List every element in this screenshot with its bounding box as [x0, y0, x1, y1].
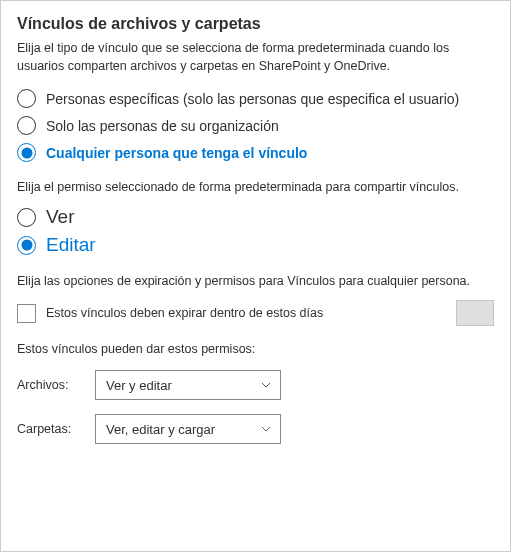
files-select[interactable]: Ver y editar	[95, 370, 281, 400]
expiration-checkbox[interactable]	[17, 304, 36, 323]
radio-icon	[17, 236, 36, 255]
radio-icon	[17, 116, 36, 135]
radio-specific-people[interactable]: Personas específicas (solo las personas …	[17, 89, 494, 108]
folders-row: Carpetas: Ver, editar y cargar	[17, 414, 494, 444]
radio-label: Ver	[46, 206, 75, 228]
section-intro: Elija el tipo de vínculo que se seleccio…	[17, 39, 494, 75]
folders-label: Carpetas:	[17, 422, 95, 436]
radio-label: Editar	[46, 234, 96, 256]
radio-label: Cualquier persona que tenga el vínculo	[46, 145, 307, 161]
radio-icon	[17, 143, 36, 162]
files-label: Archivos:	[17, 378, 95, 392]
permission-radio-group: Ver Editar	[17, 206, 494, 256]
radio-label: Personas específicas (solo las personas …	[46, 91, 459, 107]
radio-anyone[interactable]: Cualquier persona que tenga el vínculo	[17, 143, 494, 162]
section-title: Vínculos de archivos y carpetas	[17, 15, 494, 33]
expiration-intro: Elija las opciones de expiración y permi…	[17, 274, 494, 288]
expiration-checkbox-label: Estos vínculos deben expirar dentro de e…	[46, 306, 446, 320]
radio-view[interactable]: Ver	[17, 206, 494, 228]
files-row: Archivos: Ver y editar	[17, 370, 494, 400]
radio-icon	[17, 208, 36, 227]
radio-org-only[interactable]: Solo las personas de su organización	[17, 116, 494, 135]
folders-select[interactable]: Ver, editar y cargar	[95, 414, 281, 444]
radio-icon	[17, 89, 36, 108]
radio-label: Solo las personas de su organización	[46, 118, 279, 134]
expiration-days-input[interactable]	[456, 300, 494, 326]
folders-select-value: Ver, editar y cargar	[106, 422, 215, 437]
chevron-down-icon	[260, 379, 272, 391]
files-select-value: Ver y editar	[106, 378, 172, 393]
expiration-row: Estos vínculos deben expirar dentro de e…	[17, 300, 494, 326]
permission-intro: Elija el permiso seleccionado de forma p…	[17, 180, 494, 194]
radio-edit[interactable]: Editar	[17, 234, 494, 256]
link-type-radio-group: Personas específicas (solo las personas …	[17, 89, 494, 162]
chevron-down-icon	[260, 423, 272, 435]
permissions-label: Estos vínculos pueden dar estos permisos…	[17, 342, 494, 356]
